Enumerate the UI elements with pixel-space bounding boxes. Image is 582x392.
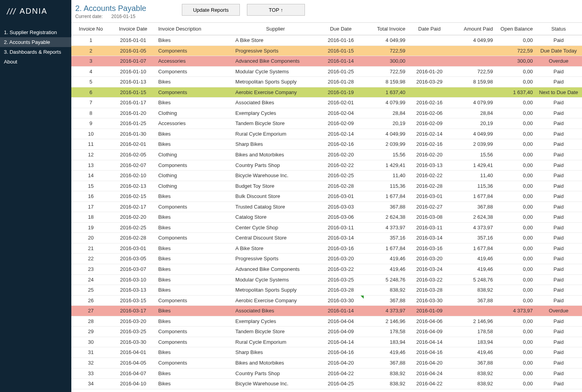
table-row[interactable]: 32016-01-07AccessoriesAdvanced Bike Comp… <box>71 56 582 67</box>
cell-amtp[interactable]: 5 248,76 <box>451 274 495 285</box>
cell-paidd[interactable]: 2016-01-20 <box>408 66 451 77</box>
table-row[interactable]: 352016-04-13BikesBudget Toy Store2016-04… <box>71 389 582 392</box>
cell-desc[interactable]: Bikes <box>156 389 233 392</box>
cell-stat[interactable]: Paid <box>535 181 582 191</box>
cell-due[interactable]: 2016-03-25 <box>318 274 363 285</box>
cell-supp[interactable]: Metropolitan Sports Supply <box>233 77 318 87</box>
cell-amtp[interactable]: 20,19 <box>451 118 495 129</box>
cell-open[interactable]: 0,00 <box>495 274 535 285</box>
col-header-8[interactable]: Open Balance <box>495 23 535 35</box>
cell-paidd[interactable] <box>408 45 451 56</box>
cell-amtp[interactable]: 357,16 <box>451 233 495 243</box>
cell-desc[interactable]: Bikes <box>156 379 233 389</box>
cell-supp[interactable]: Sharp Bikes <box>233 347 318 358</box>
cell-paidd[interactable]: 2016-04-14 <box>408 337 451 347</box>
cell-no[interactable]: 20 <box>71 233 111 243</box>
cell-desc[interactable]: Bikes <box>156 212 233 223</box>
cell-amtp[interactable]: 15,56 <box>451 150 495 160</box>
table-row[interactable]: 22016-01-05ComponentsProgressive Sports2… <box>71 45 582 56</box>
cell-due[interactable]: 2016-03-20 <box>318 254 363 264</box>
cell-total[interactable]: 722,59 <box>364 45 408 56</box>
cell-supp[interactable]: Metropolitan Sports Supply <box>233 285 318 296</box>
cell-supp[interactable]: Exemplary Cycles <box>233 108 318 118</box>
cell-total[interactable]: 1 677,84 <box>364 191 408 202</box>
cell-idate[interactable]: 2016-04-05 <box>111 358 156 368</box>
table-row[interactable]: 262016-03-15ComponentsAerobic Exercise C… <box>71 295 582 306</box>
cell-no[interactable]: 30 <box>71 337 111 347</box>
cell-desc[interactable]: Bikes <box>156 222 233 233</box>
cell-open[interactable]: 0,00 <box>495 264 535 275</box>
table-row[interactable]: 252016-03-13BikesMetropolitan Sports Sup… <box>71 285 582 296</box>
cell-amtp[interactable]: 722,59 <box>451 66 495 77</box>
cell-desc[interactable]: Components <box>156 160 233 171</box>
table-row[interactable]: 142016-02-10ClothingBicycle Warehouse In… <box>71 171 582 181</box>
cell-amtp[interactable]: 367,88 <box>451 295 495 306</box>
cell-total[interactable]: 367,88 <box>364 358 408 368</box>
cell-open[interactable]: 0,00 <box>495 358 535 368</box>
cell-stat[interactable]: Paid <box>535 358 582 368</box>
cell-desc[interactable]: Bikes <box>156 191 233 202</box>
cell-supp[interactable]: Modular Cycle Systems <box>233 274 318 285</box>
cell-amtp[interactable]: 183,94 <box>451 337 495 347</box>
cell-no[interactable]: 18 <box>71 212 111 223</box>
cell-total[interactable]: 4 373,97 <box>364 306 408 316</box>
cell-desc[interactable]: Bikes <box>156 129 233 139</box>
cell-paidd[interactable]: 2016-03-13 <box>408 160 451 171</box>
cell-supp[interactable]: A Bike Store <box>233 243 318 254</box>
cell-idate[interactable]: 2016-01-05 <box>111 45 156 56</box>
cell-supp[interactable]: Budget Toy Store <box>233 389 318 392</box>
cell-no[interactable]: 16 <box>71 191 111 202</box>
cell-desc[interactable]: Bikes <box>156 285 233 296</box>
cell-total[interactable]: 4 049,99 <box>364 129 408 139</box>
table-row[interactable]: 342016-04-10BikesBicycle Warehouse Inc.2… <box>71 379 582 389</box>
cell-no[interactable]: 31 <box>71 347 111 358</box>
cell-amtp[interactable]: 2 039,99 <box>451 139 495 150</box>
table-row[interactable]: 332016-04-07BikesCountry Parts Shop2016-… <box>71 368 582 379</box>
cell-amtp[interactable]: 8 159,98 <box>451 77 495 87</box>
cell-total[interactable]: 115,36 <box>364 181 408 191</box>
cell-idate[interactable]: 2016-03-15 <box>111 295 156 306</box>
cell-no[interactable]: 1 <box>71 35 111 46</box>
cell-paidd[interactable]: 2016-02-28 <box>408 181 451 191</box>
cell-stat[interactable]: Paid <box>535 389 582 392</box>
cell-desc[interactable]: Components <box>156 358 233 368</box>
cell-desc[interactable]: Accessories <box>156 118 233 129</box>
cell-open[interactable]: 0,00 <box>495 160 535 171</box>
cell-due[interactable]: 2016-03-06 <box>318 212 363 223</box>
cell-amtp[interactable]: 178,58 <box>451 327 495 337</box>
cell-idate[interactable]: 2016-03-05 <box>111 254 156 264</box>
table-row[interactable]: 42016-01-10ComponentsModular Cycle Syste… <box>71 66 582 77</box>
cell-stat[interactable]: Paid <box>535 212 582 223</box>
cell-stat[interactable]: Paid <box>535 295 582 306</box>
cell-open[interactable]: 0,00 <box>495 337 535 347</box>
cell-stat[interactable]: Paid <box>535 98 582 108</box>
cell-stat[interactable]: Next to Due Date <box>535 87 582 98</box>
cell-open[interactable]: 0,00 <box>495 285 535 296</box>
cell-no[interactable]: 10 <box>71 129 111 139</box>
cell-paidd[interactable]: 2016-02-27 <box>408 201 451 212</box>
cell-open[interactable]: 0,00 <box>495 389 535 392</box>
cell-total[interactable]: 1 429,41 <box>364 160 408 171</box>
cell-due[interactable]: 2016-01-15 <box>318 45 363 56</box>
cell-stat[interactable]: Paid <box>535 66 582 77</box>
cell-idate[interactable]: 2016-03-10 <box>111 274 156 285</box>
cell-total[interactable]: 838,92 <box>364 379 408 389</box>
table-row[interactable]: 122016-02-05ClothingBikes and Motorbikes… <box>71 150 582 160</box>
cell-desc[interactable]: Bikes <box>156 77 233 87</box>
cell-total[interactable]: 4 373,97 <box>364 222 408 233</box>
col-header-9[interactable]: Status <box>535 23 582 35</box>
cell-no[interactable]: 21 <box>71 243 111 254</box>
cell-due[interactable]: 2016-04-16 <box>318 347 363 358</box>
cell-due[interactable]: 2016-02-25 <box>318 171 363 181</box>
cell-supp[interactable]: Rural Cycle Emporium <box>233 337 318 347</box>
cell-stat[interactable]: Overdue <box>535 306 582 316</box>
cell-open[interactable]: 0,00 <box>495 139 535 150</box>
cell-total[interactable]: 419,46 <box>364 389 408 392</box>
cell-open[interactable]: 0,00 <box>495 150 535 160</box>
table-row[interactable]: 102016-01-30BikesRural Cycle Emporium201… <box>71 129 582 139</box>
cell-desc[interactable]: Accessories <box>156 56 233 67</box>
cell-stat[interactable]: Paid <box>535 222 582 233</box>
cell-desc[interactable]: Bikes <box>156 254 233 264</box>
cell-desc[interactable]: Clothing <box>156 181 233 191</box>
cell-idate[interactable]: 2016-02-17 <box>111 201 156 212</box>
